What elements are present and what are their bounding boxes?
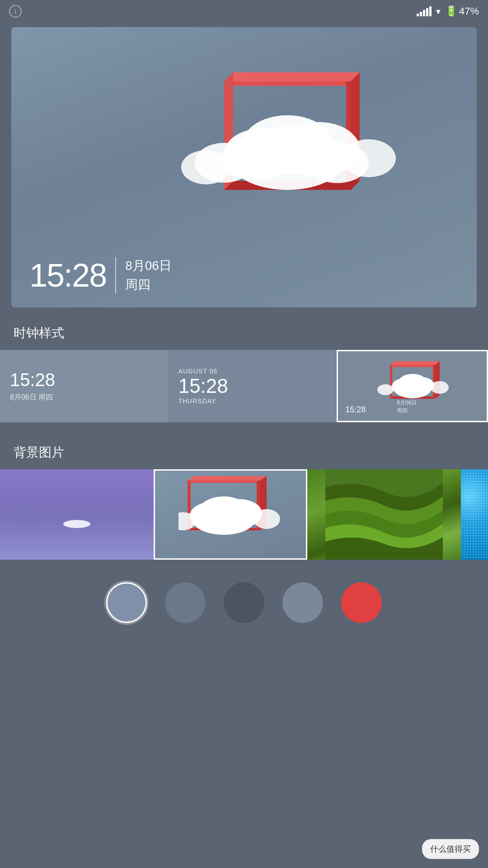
cs2-month: AUGUST 06 <box>178 368 327 375</box>
cs3-time: 15:28 <box>345 405 366 415</box>
svg-marker-30 <box>188 528 260 530</box>
wifi-icon: ▾ <box>436 6 441 17</box>
svg-point-26 <box>398 374 427 392</box>
signal-bars-icon <box>417 6 432 16</box>
svg-marker-31 <box>188 481 191 530</box>
bar1 <box>417 14 419 16</box>
svg-marker-4 <box>224 72 360 81</box>
hero-date-main: 8月06日 <box>125 257 172 274</box>
hero-date-sub: 周四 <box>125 276 172 293</box>
hero-clock: 15:28 8月06日 周四 <box>29 257 172 294</box>
svg-point-40 <box>253 509 280 529</box>
svg-marker-0 <box>224 81 351 86</box>
svg-point-15 <box>342 139 396 177</box>
svg-marker-20 <box>433 365 435 399</box>
svg-point-39 <box>178 512 196 530</box>
svg-marker-29 <box>188 481 260 483</box>
color-dot-1[interactable] <box>106 582 147 623</box>
hero-background: 15:28 8月06日 周四 <box>11 27 477 307</box>
svg-marker-32 <box>257 481 260 530</box>
color-dot-2[interactable] <box>165 582 206 623</box>
hero-time: 15:28 <box>29 257 106 294</box>
svg-point-28 <box>431 381 449 394</box>
blue-dots <box>461 469 488 560</box>
frame-cloud-art <box>179 45 396 226</box>
purple-lines <box>0 469 154 560</box>
color-dot-3[interactable] <box>224 582 264 623</box>
svg-marker-33 <box>188 476 267 481</box>
green-field-art <box>307 469 461 560</box>
hero-widget: 15:28 8月06日 周四 <box>11 27 477 307</box>
clock-styles-row: 15:28 8月06日 周四 AUGUST 06 15:28 THURSDAY … <box>0 350 488 422</box>
bar3 <box>423 10 425 16</box>
boat-shape <box>63 520 90 528</box>
cs3-art <box>376 356 449 410</box>
color-dot-5[interactable] <box>341 582 382 623</box>
svg-point-35 <box>192 503 255 535</box>
battery-icon: 🔋 47% <box>445 5 479 17</box>
status-right: ▾ 🔋 47% <box>417 5 479 17</box>
notification-icon: 1 <box>9 5 22 18</box>
svg-point-27 <box>377 384 394 395</box>
bg-thumb-cloud[interactable] <box>154 469 307 560</box>
bar2 <box>420 12 422 16</box>
bg-thumb-blue[interactable] <box>461 469 488 560</box>
thumb-cloud-art <box>178 474 282 546</box>
svg-point-37 <box>217 499 262 528</box>
cs1-time: 15:28 <box>10 370 159 390</box>
svg-marker-34 <box>260 476 267 530</box>
status-left: 1 <box>9 5 22 18</box>
bar5 <box>429 6 432 16</box>
bar4 <box>426 8 428 16</box>
svg-marker-17 <box>390 365 435 367</box>
cs2-day: THURSDAY <box>178 397 327 405</box>
color-dots-row <box>0 560 488 641</box>
hero-divider <box>115 257 116 293</box>
clock-style-2[interactable]: AUGUST 06 15:28 THURSDAY <box>169 350 337 422</box>
clock-style-3[interactable]: 15:28 8月06日 周四 <box>337 350 488 422</box>
hero-date: 8月06日 周四 <box>125 257 172 293</box>
svg-point-38 <box>199 496 249 526</box>
clock-style-label: 时钟样式 <box>0 312 488 350</box>
corner-button[interactable]: 什么值得买 <box>422 839 479 859</box>
bg-thumbnails <box>0 469 488 560</box>
svg-point-36 <box>190 502 230 529</box>
bg-section-label: 背景图片 <box>0 431 488 469</box>
svg-point-16 <box>195 143 253 183</box>
bg-thumb-green[interactable] <box>307 469 461 560</box>
svg-marker-21 <box>390 361 440 365</box>
bg-thumb-purple[interactable] <box>0 469 154 560</box>
cs2-time: 15:28 <box>178 375 327 397</box>
color-dot-4[interactable] <box>282 582 323 623</box>
status-bar: 1 ▾ 🔋 47% <box>0 0 488 23</box>
clock-style-1[interactable]: 15:28 8月06日 周四 <box>0 350 169 422</box>
bg-section: 背景图片 <box>0 431 488 560</box>
cs1-date: 8月06日 周四 <box>10 393 159 402</box>
